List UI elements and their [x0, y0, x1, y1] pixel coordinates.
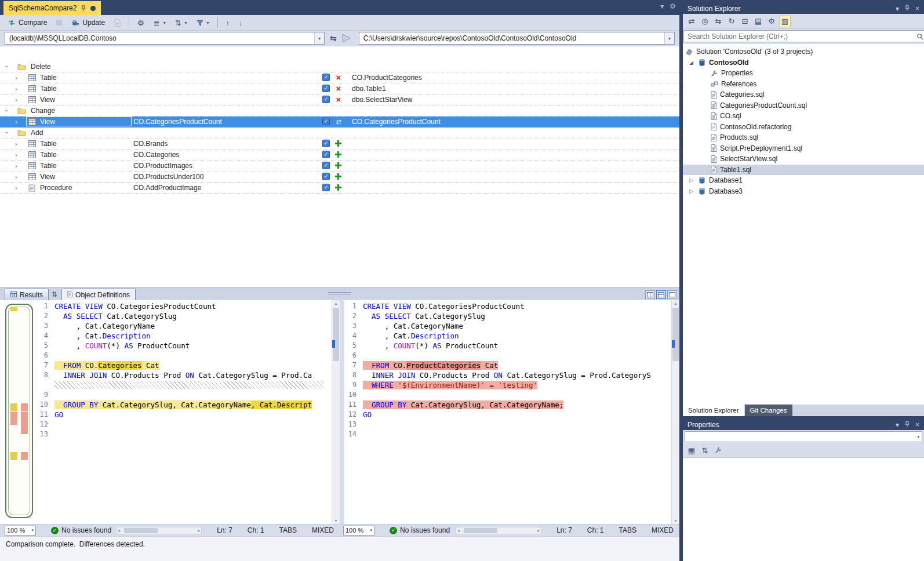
- tree-item-contosoold[interactable]: ◢ContosoOld: [683, 57, 924, 68]
- include-checkbox[interactable]: ✓: [322, 96, 330, 103]
- tree-item-table1-sql[interactable]: Table1.sql: [683, 165, 924, 176]
- include-checkbox[interactable]: ✓: [322, 173, 330, 180]
- scroll-up-icon[interactable]: ▲: [672, 301, 679, 305]
- compare-group-row[interactable]: ›Delete: [0, 61, 679, 72]
- missing-lines-hatch[interactable]: [36, 380, 332, 390]
- preview-selected-items-icon[interactable]: ▥: [779, 16, 791, 27]
- group-results-button[interactable]: ≣▾: [150, 16, 170, 29]
- tree-expander-icon[interactable]: ▷: [687, 177, 695, 183]
- compare-button[interactable]: Compare: [3, 16, 51, 29]
- source-code-area[interactable]: 1CREATE VIEW CO.CategoriesProductCount2 …: [36, 300, 332, 524]
- tree-expander-icon[interactable]: ▷: [687, 188, 695, 194]
- code-line[interactable]: 13: [344, 420, 671, 429]
- tree-item-database1[interactable]: ▷Database1: [683, 175, 924, 186]
- include-checkbox[interactable]: ✓: [322, 184, 330, 191]
- switch-views-icon[interactable]: ⇆: [712, 16, 724, 27]
- code-line[interactable]: 1CREATE VIEW CO.CategoriesProductCount: [344, 301, 671, 311]
- stop-button[interactable]: [52, 16, 66, 29]
- expander-icon[interactable]: ›: [3, 132, 11, 134]
- compare-row[interactable]: ›Table✓×dbo.Table1: [0, 83, 679, 94]
- include-checkbox[interactable]: ✓: [322, 118, 330, 125]
- code-line[interactable]: 2 AS SELECT Cat.CategorySlug: [36, 311, 332, 321]
- code-line[interactable]: 10 GROUP BY Cat.CategorySlug, Cat.Catego…: [36, 400, 332, 410]
- horizontal-scrollbar[interactable]: ◂ ▸: [116, 527, 202, 534]
- target-definition-editor[interactable]: 1CREATE VIEW CO.CategoriesProductCount2 …: [344, 300, 679, 524]
- scrollbar-thumb[interactable]: [464, 528, 497, 533]
- compare-group-row[interactable]: ›Change: [0, 105, 679, 116]
- categorized-button[interactable]: ▦: [686, 445, 697, 457]
- panel-menu-chevron-icon[interactable]: ▾: [896, 421, 899, 429]
- scope-icon[interactable]: ◎: [699, 16, 711, 27]
- pin-icon[interactable]: [81, 5, 86, 12]
- scrollbar-thumb[interactable]: [672, 308, 679, 361]
- tree-item-properties[interactable]: Properties: [683, 68, 924, 79]
- splitter-grip[interactable]: [328, 292, 351, 294]
- code-line[interactable]: 5 , COUNT(*) AS ProductCount: [344, 341, 671, 351]
- compare-row[interactable]: ›ViewCO.ProductsUnder100✓: [0, 172, 679, 183]
- solution-tree[interactable]: Solution 'ContosoOld' (3 of 3 projects)◢…: [683, 44, 924, 405]
- compare-row[interactable]: ›TableCO.ProductImages✓: [0, 161, 679, 172]
- vertical-scrollbar[interactable]: ▲ ▼: [671, 300, 679, 524]
- tree-item-selectstarview-sql[interactable]: SelectStarView.sql: [683, 154, 924, 165]
- scroll-right-icon[interactable]: ▸: [198, 527, 200, 534]
- tree-item-solution-contosoold-3-of-3-projects[interactable]: Solution 'ContosoOld' (3 of 3 projects): [683, 46, 924, 57]
- compare-row[interactable]: ›ProcedureCO.AddProductImage✓: [0, 183, 679, 194]
- code-line[interactable]: 6: [36, 351, 332, 360]
- compare-group-row[interactable]: ›Add: [0, 128, 679, 139]
- scroll-down-icon[interactable]: ▼: [672, 519, 679, 523]
- tab-object-definitions[interactable]: Object Definitions: [61, 289, 136, 300]
- document-tab[interactable]: SqlSchemaCompare2: [3, 1, 101, 15]
- compare-row[interactable]: ›ViewCO.CategoriesProductCount✓⇄CO.Categ…: [0, 116, 679, 128]
- property-pages-button[interactable]: [712, 445, 724, 457]
- code-line[interactable]: 11GO: [36, 410, 332, 420]
- code-line[interactable]: 10: [344, 390, 671, 400]
- include-checkbox[interactable]: ✓: [322, 140, 330, 147]
- code-line[interactable]: 9: [36, 390, 332, 400]
- diff-overview-map[interactable]: [5, 304, 33, 518]
- code-line[interactable]: 11 GROUP BY Cat.CategorySlug, Cat.Catego…: [344, 400, 671, 410]
- expander-icon[interactable]: ›: [15, 85, 17, 93]
- panel-menu-chevron-icon[interactable]: ▾: [896, 5, 899, 13]
- generate-script-button[interactable]: [110, 16, 125, 29]
- source-connection-dropdown[interactable]: (localdb)\MSSQLLocalDB.Contoso ▾: [5, 32, 325, 45]
- include-checkbox[interactable]: ✓: [322, 162, 330, 169]
- expander-icon[interactable]: ›: [3, 110, 11, 112]
- tabstrip-gear-icon[interactable]: ⚙: [670, 2, 676, 10]
- compare-row[interactable]: ›View✓×dbo.SelectStarView: [0, 94, 679, 105]
- include-checkbox[interactable]: ✓: [322, 151, 330, 158]
- tree-item-references[interactable]: References: [683, 79, 924, 90]
- close-icon[interactable]: ×: [915, 5, 919, 13]
- tree-item-co-sql[interactable]: CO.sql: [683, 111, 924, 122]
- scroll-left-icon[interactable]: ◂: [118, 527, 120, 534]
- sort-order-icon[interactable]: ⇅: [49, 289, 60, 300]
- code-line[interactable]: 7 FROM CO.ProductCategories Cat: [344, 360, 671, 370]
- next-difference-button[interactable]: ↓: [235, 16, 247, 29]
- code-line[interactable]: 12: [36, 420, 332, 429]
- compare-row[interactable]: ›TableCO.Brands✓: [0, 139, 679, 150]
- code-line[interactable]: 7 FROM CO.Categories Cat: [36, 360, 332, 370]
- refresh-icon[interactable]: ↻: [726, 16, 737, 27]
- code-line[interactable]: 8 INNER JOIN CO.Products Prod ON Cat.Cat…: [344, 370, 671, 380]
- previous-difference-button[interactable]: ↑: [222, 16, 234, 29]
- editor-splitter[interactable]: [340, 300, 344, 524]
- scrollbar-thumb[interactable]: [124, 528, 158, 533]
- expander-icon[interactable]: ›: [15, 140, 17, 148]
- code-line[interactable]: 3 , Cat.CategoryName: [344, 321, 671, 331]
- swap-direction-icon[interactable]: ⇆: [330, 34, 337, 43]
- tree-item-categoriesproductcount-sql[interactable]: CategoriesProductCount.sql: [683, 100, 924, 111]
- code-line[interactable]: 4 , Cat.Description: [36, 331, 332, 341]
- tab-solution-explorer[interactable]: Solution Explorer: [683, 405, 744, 416]
- update-button[interactable]: Update: [67, 16, 109, 29]
- tree-item-categories-sql[interactable]: Categories.sql: [683, 89, 924, 100]
- scroll-left-icon[interactable]: ◂: [457, 527, 460, 534]
- expander-icon[interactable]: ›: [15, 184, 17, 192]
- tab-results[interactable]: Results: [5, 289, 49, 300]
- compare-row[interactable]: ›TableCO.Categories✓: [0, 150, 679, 161]
- code-line[interactable]: 8 INNER JOIN CO.Products Prod ON Cat.Cat…: [36, 370, 332, 380]
- tree-expander-icon[interactable]: ◢: [687, 60, 695, 65]
- properties-object-dropdown[interactable]: ▾: [685, 431, 922, 442]
- compare-results-grid[interactable]: ›Delete›Table✓×CO.ProductCategories›Tabl…: [0, 46, 679, 287]
- split-view-vertical-button[interactable]: [645, 290, 655, 299]
- chevron-down-icon[interactable]: ▾: [664, 32, 674, 44]
- source-definition-editor[interactable]: 1CREATE VIEW CO.CategoriesProductCount2 …: [36, 300, 340, 524]
